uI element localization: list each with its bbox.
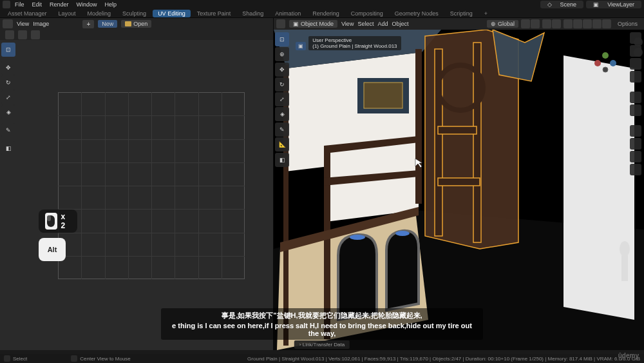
active-object-label: (1) Ground Plain | Straight Wood.013 (312, 43, 397, 49)
annotate-tool-icon[interactable]: ✎ (275, 123, 289, 137)
move-tool-icon[interactable]: ✥ (1, 61, 15, 75)
menu-render[interactable]: Render (46, 1, 72, 8)
svg-point-1 (610, 60, 616, 66)
svg-rect-24 (438, 126, 477, 134)
uv-canvas[interactable] (58, 92, 245, 279)
tab-shading[interactable]: Shading (237, 10, 269, 17)
shading-material-icon[interactable] (592, 19, 601, 28)
folder-icon (125, 21, 131, 26)
menu-file[interactable]: File (12, 1, 28, 8)
video-subtitles: 事是,如果我按下"盐键H,我就要把它们隐藏起来,把轮胎隐藏起来, e thing… (161, 308, 483, 340)
orientation-selector[interactable]: ⊕ Global (487, 20, 518, 28)
tab-geometry-nodes[interactable]: Geometry Nodes (390, 10, 444, 17)
top-menu-bar: File Edit Render Window Help ◇ Scene ▣ V… (0, 0, 644, 9)
transform-tool-icon[interactable]: ◈ (275, 107, 289, 121)
workspace-tabs: Asset Manager Layout Modeling Sculpting … (0, 9, 644, 18)
snap-icon[interactable] (521, 19, 530, 28)
uv-secondary-header (0, 30, 273, 40)
overlay-toggle-icon[interactable] (552, 19, 561, 28)
scene-selector[interactable]: ◇ Scene (540, 1, 584, 8)
viewport-header: ▣ Object Mode View Select Add Object ⊕ G… (274, 18, 644, 30)
uv-display-icon[interactable] (5, 30, 14, 39)
uv-toolbar: ⊡ ✥ ↻ ⤢ ◈ ✎ ◧ (0, 41, 17, 157)
svg-point-3 (603, 67, 608, 72)
status-select-label: Select (13, 356, 27, 362)
rotate-tool-icon[interactable]: ↻ (1, 75, 15, 90)
cursor-tool-icon[interactable]: ⊡ (1, 43, 15, 57)
tab-uv-editing[interactable]: UV Editing (153, 10, 191, 17)
viewport-options-dropdown[interactable]: Options (614, 20, 641, 28)
menu-edit[interactable]: Edit (29, 1, 46, 8)
uv-pivot-icon[interactable] (31, 30, 40, 39)
tab-animation[interactable]: Animation (270, 10, 306, 17)
vp-menu-object[interactable]: Object (392, 21, 408, 27)
svg-point-26 (620, 241, 630, 257)
gizmo-toggle-icon[interactable] (542, 19, 551, 28)
tab-texture-paint[interactable]: Texture Paint (192, 10, 236, 17)
tab-scripting[interactable]: Scripting (445, 10, 478, 17)
proportional-icon[interactable] (531, 19, 540, 28)
measure-tool-icon[interactable]: 📐 (275, 137, 289, 152)
open-image-button[interactable]: Open (121, 20, 151, 28)
rotate-tool-icon[interactable]: ↻ (275, 77, 289, 92)
zoom-nav-icon[interactable] (630, 125, 641, 137)
new-image-button[interactable]: New (98, 20, 117, 28)
svg-rect-25 (438, 178, 480, 186)
menu-help[interactable]: Help (102, 1, 120, 8)
cursor-tool-icon[interactable]: ⊕ (275, 47, 289, 61)
status-center-label: Center View to Mouse (80, 356, 131, 362)
tool-tab-icon[interactable] (630, 45, 641, 57)
tab-compositing[interactable]: Compositing (346, 10, 388, 17)
editor-type-dropdown[interactable] (276, 19, 285, 28)
shading-wireframe-icon[interactable] (573, 19, 582, 28)
3d-scene-render (274, 30, 644, 350)
vp-menu-view[interactable]: View (341, 21, 354, 27)
xray-icon[interactable] (564, 19, 573, 28)
vp-menu-add[interactable]: Add (377, 21, 388, 27)
item-tab-icon[interactable] (630, 32, 641, 44)
blender-logo-icon[interactable] (3, 1, 10, 8)
uv-menu-view[interactable]: View (17, 21, 29, 27)
sample-tool-icon[interactable]: ◧ (1, 141, 15, 155)
transform-tool-icon[interactable]: ◈ (1, 105, 15, 119)
operator-hint: › Link/Transfer Data (294, 340, 350, 349)
interaction-mode-selector[interactable]: ▣ Object Mode (289, 20, 337, 28)
uv-menu-image[interactable]: Image (33, 21, 49, 27)
perspective-toggle-icon[interactable] (630, 104, 641, 116)
editor-type-dropdown[interactable] (3, 19, 13, 28)
tab-modeling[interactable]: Modeling (82, 10, 117, 17)
select-box-tool-icon[interactable]: ⊡ (275, 32, 289, 46)
annotate-tool-icon[interactable]: ✎ (1, 123, 15, 137)
tab-layout[interactable]: Layout (53, 10, 81, 17)
tab-asset-manager[interactable]: Asset Manager (3, 10, 52, 17)
svg-rect-18 (364, 83, 402, 108)
scale-tool-icon[interactable]: ⤢ (275, 92, 289, 106)
perspective-badge-icon: ▣ (296, 42, 306, 50)
viewlayer-selector[interactable]: ▣ ViewLayer (586, 1, 641, 8)
edit-tab-icon[interactable] (630, 71, 641, 83)
object-mode-icon: ▣ (293, 21, 299, 27)
camera-view-icon[interactable] (630, 92, 641, 103)
tab-sculpting[interactable]: Sculpting (117, 10, 151, 17)
add-primitive-tool-icon[interactable]: ◧ (275, 153, 289, 167)
new-image-plus-icon[interactable] (82, 20, 94, 28)
tab-add[interactable]: + (479, 10, 493, 17)
layer-icon: ▣ (590, 1, 602, 8)
ortho-nav-icon[interactable] (630, 164, 641, 175)
3d-viewport[interactable]: ▣ Object Mode View Select Add Object ⊕ G… (274, 18, 644, 350)
pan-nav-icon[interactable] (630, 138, 641, 150)
shading-rendered-icon[interactable] (602, 19, 611, 28)
vp-menu-select[interactable]: Select (357, 21, 374, 27)
uv-overlay-icon[interactable] (18, 30, 27, 39)
shading-solid-icon[interactable] (583, 19, 592, 28)
view-tab-icon[interactable] (630, 58, 641, 70)
menu-window[interactable]: Window (73, 1, 100, 8)
move-tool-icon[interactable]: ✥ (275, 63, 289, 77)
tab-rendering[interactable]: Rendering (307, 10, 345, 17)
alt-key-hint: Alt (39, 238, 66, 261)
camera-nav-icon[interactable] (630, 151, 641, 162)
scale-tool-icon[interactable]: ⤢ (1, 90, 15, 104)
orientation-gizmo[interactable] (592, 49, 618, 75)
subtitle-line-2: e thing is I can see on here,if I press … (169, 322, 475, 337)
mouse-click-hint: x 2 (39, 210, 77, 233)
